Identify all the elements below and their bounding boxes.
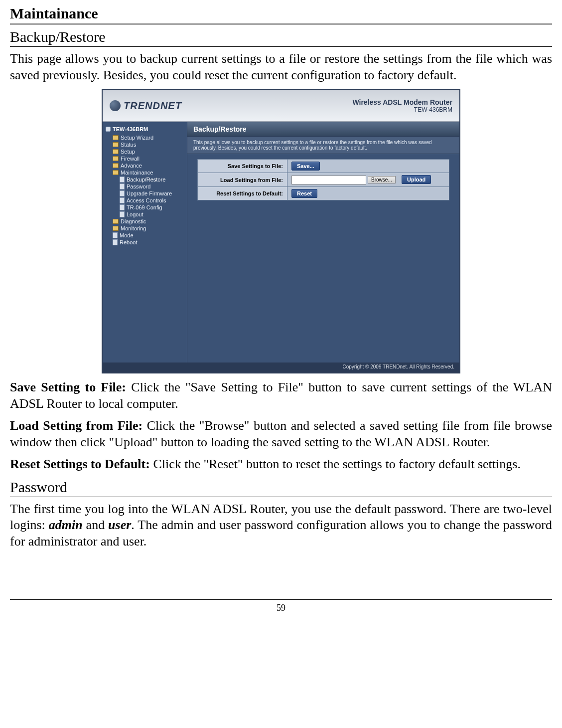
- row-reset-label: Reset Settings to Default:: [198, 187, 287, 200]
- save-setting-label: Save Setting to File:: [10, 380, 126, 394]
- table-row: Load Settings from File: Browse... Uploa…: [198, 173, 449, 187]
- password-paragraph: The first time you log into the WLAN ADS…: [10, 501, 552, 550]
- folder-icon: [113, 163, 119, 168]
- nav-reboot[interactable]: Reboot: [106, 239, 184, 246]
- reset-setting-paragraph: Reset Settings to Default: Click the "Re…: [10, 456, 552, 473]
- nav-mode[interactable]: Mode: [106, 232, 184, 239]
- reset-setting-text: Click the "Reset" button to reset the se…: [150, 457, 521, 471]
- nav-logout[interactable]: Logout: [106, 211, 184, 218]
- section-password-heading: Password: [10, 479, 552, 497]
- folder-icon: [113, 149, 119, 154]
- intro-paragraph: This page allows you to backup current s…: [10, 51, 552, 83]
- doc-icon: [113, 239, 118, 245]
- load-setting-paragraph: Load Setting from File: Click the "Brows…: [10, 418, 552, 450]
- brand-logo: TRENDNET: [110, 100, 182, 112]
- nav-firewall[interactable]: Firewall: [106, 155, 184, 162]
- load-setting-label: Load Setting from File:: [10, 418, 142, 433]
- password-admin: admin: [49, 518, 83, 532]
- nav-password[interactable]: Password: [106, 183, 184, 190]
- doc-icon: [120, 183, 125, 189]
- section-backup-restore-heading: Backup/Restore: [10, 28, 552, 47]
- nav-status[interactable]: Status: [106, 141, 184, 148]
- router-screenshot: TRENDNET Wireless ADSL Modem Router TEW-…: [10, 89, 552, 373]
- settings-table: Save Settings to File: Save... Load Sett…: [197, 159, 449, 200]
- main-panel: Backup/Restore This page allows you to b…: [187, 122, 459, 363]
- page-title: Maintainance: [10, 5, 552, 24]
- reset-setting-label: Reset Settings to Default:: [10, 457, 150, 471]
- table-row: Save Settings to File: Save...: [198, 160, 449, 173]
- file-path-input[interactable]: [291, 176, 366, 184]
- browse-button[interactable]: Browse...: [368, 176, 396, 183]
- nav-backup-restore[interactable]: Backup/Restore: [106, 176, 184, 183]
- nav-sidebar: TEW-436BRM Setup Wizard Status Setup Fir…: [103, 122, 187, 363]
- nav-setup[interactable]: Setup: [106, 148, 184, 155]
- nav-advance[interactable]: Advance: [106, 162, 184, 169]
- nav-upgrade-firmware[interactable]: Upgrade Firmware: [106, 190, 184, 197]
- model-line1: Wireless ADSL Modem Router: [352, 98, 452, 106]
- doc-icon: [120, 197, 125, 203]
- nav-diagnostic[interactable]: Diagnostic: [106, 218, 184, 225]
- doc-icon: [113, 232, 118, 238]
- row-load-label: Load Settings from File:: [198, 173, 287, 187]
- row-save-label: Save Settings to File:: [198, 160, 287, 173]
- nav-monitoring[interactable]: Monitoring: [106, 225, 184, 232]
- model-line2: TEW-436BRM: [352, 106, 452, 113]
- model-block: Wireless ADSL Modem Router TEW-436BRM: [352, 98, 452, 113]
- folder-icon: [113, 226, 119, 231]
- doc-icon: [120, 204, 125, 210]
- node-icon: [106, 127, 111, 132]
- brand-text: TRENDNET: [124, 100, 182, 112]
- doc-icon: [120, 211, 125, 217]
- password-and: and: [83, 518, 108, 532]
- nav-setup-wizard[interactable]: Setup Wizard: [106, 134, 184, 141]
- router-ui-frame: TRENDNET Wireless ADSL Modem Router TEW-…: [102, 89, 460, 373]
- nav-access-controls[interactable]: Access Controls: [106, 197, 184, 204]
- nav-tr069[interactable]: TR-069 Config: [106, 204, 184, 211]
- folder-icon: [113, 156, 119, 161]
- table-row: Reset Settings to Default: Reset: [198, 187, 449, 200]
- save-setting-paragraph: Save Setting to File: Click the "Save Se…: [10, 379, 552, 412]
- password-user: user: [108, 518, 131, 532]
- router-footer: Copyright © 2009 TRENDnet. All Rights Re…: [103, 363, 459, 372]
- folder-icon: [113, 219, 119, 224]
- router-header: TRENDNET Wireless ADSL Modem Router TEW-…: [103, 90, 459, 122]
- panel-desc: This page allows you to backup current s…: [187, 137, 459, 154]
- folder-icon: [113, 170, 119, 175]
- panel-title: Backup/Restore: [187, 122, 459, 137]
- nav-maintainance[interactable]: Maintainance: [106, 169, 184, 176]
- reset-button[interactable]: Reset: [291, 189, 317, 198]
- save-button[interactable]: Save...: [291, 162, 320, 171]
- logo-dot-icon: [110, 100, 121, 111]
- upload-button[interactable]: Upload: [402, 175, 431, 184]
- doc-icon: [120, 190, 125, 196]
- folder-icon: [113, 142, 119, 147]
- page-number: 59: [10, 600, 552, 613]
- tree-root[interactable]: TEW-436BRM: [106, 126, 184, 132]
- folder-icon: [113, 135, 119, 140]
- doc-icon: [120, 177, 125, 182]
